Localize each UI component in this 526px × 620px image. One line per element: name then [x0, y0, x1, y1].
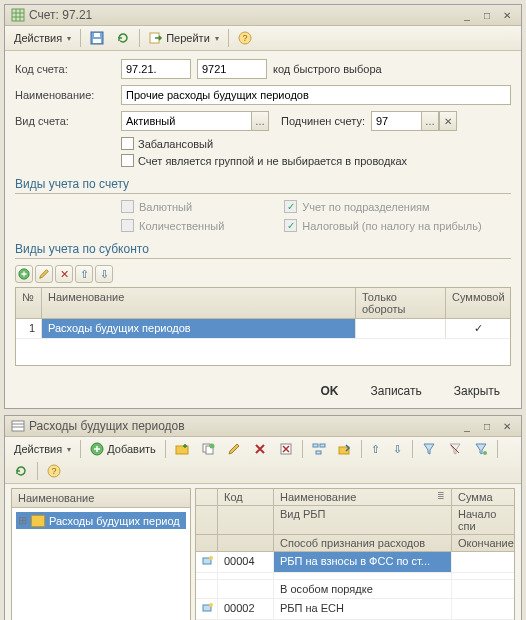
ellipsis-button[interactable]: … [421, 111, 439, 131]
separator [80, 440, 81, 458]
col-num[interactable]: № [16, 288, 42, 318]
svg-point-29 [209, 556, 213, 560]
kind-label: Вид счета: [15, 115, 115, 127]
dept-checkbox [284, 200, 297, 213]
col-start[interactable]: Начало спи [452, 506, 514, 535]
close-button[interactable]: ✕ [499, 8, 515, 22]
move-to-group-button[interactable] [333, 439, 357, 459]
list-row[interactable]: 00004 РБП на взносы в ФСС по ст... [196, 552, 514, 573]
hierarchy-button[interactable] [307, 439, 331, 459]
tree-node-label: Расходы будущих период [49, 515, 180, 527]
move-up-button[interactable]: ⇧ [75, 265, 93, 283]
qty-check-row: Количественный [121, 219, 224, 232]
form-body: Код счета: код быстрого выбора Наименова… [5, 51, 521, 374]
svg-rect-16 [176, 446, 188, 454]
minimize-button[interactable]: _ [459, 8, 475, 22]
clear-button[interactable]: ✕ [439, 111, 457, 131]
col-code-3 [218, 535, 274, 551]
add-button[interactable]: Добавить [85, 439, 161, 459]
offbalance-label: Забалансовый [138, 138, 213, 150]
list-row[interactable]: 00002 РБП на ЕСН [196, 599, 514, 620]
pencil-icon [227, 442, 241, 456]
tree-header[interactable]: Наименование [12, 489, 190, 508]
separator [497, 440, 498, 458]
filter-off-button[interactable] [443, 439, 467, 459]
svg-rect-0 [12, 9, 24, 21]
tax-label: Налоговый (по налогу на прибыль) [302, 220, 481, 232]
quick-code-input[interactable] [197, 59, 267, 79]
mark-delete-icon [279, 442, 293, 456]
actions-menu[interactable]: Действия ▾ [9, 439, 76, 459]
cell-code: 00004 [218, 552, 274, 572]
currency-checkbox [121, 200, 134, 213]
col-name[interactable]: Наименование ≣ [274, 489, 452, 506]
floppy-icon [90, 31, 104, 45]
col-turn[interactable]: Только обороты [356, 288, 446, 318]
mark-delete-button[interactable] [274, 439, 298, 459]
code-input[interactable] [121, 59, 191, 79]
help-button[interactable]: ? [233, 28, 257, 48]
name-input[interactable] [121, 85, 511, 105]
maximize-button[interactable]: □ [479, 8, 495, 22]
subconto-grid[interactable]: № Наименование Только обороты Суммовой 1… [15, 287, 511, 366]
level-down-button[interactable]: ⇩ [388, 439, 408, 459]
col-mark-3 [196, 535, 218, 551]
close-button[interactable]: ✕ [499, 419, 515, 433]
copy-button[interactable] [196, 439, 220, 459]
col-mark[interactable] [196, 489, 218, 506]
add-folder-button[interactable] [170, 439, 194, 459]
grid-row[interactable]: 1 Расходы будущих периодов ✓ [16, 319, 510, 339]
col-name-label: Наименование [280, 491, 356, 503]
col-code[interactable]: Код [218, 489, 274, 506]
save-button[interactable]: Записать [360, 380, 433, 402]
delete-button[interactable] [248, 439, 272, 459]
filter-button[interactable] [417, 439, 441, 459]
col-sum[interactable]: Суммовой [446, 288, 510, 318]
col-name[interactable]: Наименование [42, 288, 356, 318]
help-button[interactable]: ? [42, 461, 66, 481]
svg-text:?: ? [51, 466, 56, 476]
list-body[interactable]: 00004 РБП на взносы в ФСС по ст... В осо… [196, 552, 514, 620]
ok-button[interactable]: OK [310, 380, 350, 402]
col-kind[interactable]: Вид РБП [274, 506, 452, 535]
split-pane: Наименование ⊞ Расходы будущих период ◄ … [5, 484, 521, 620]
qty-label: Количественный [139, 220, 224, 232]
edit-button[interactable] [222, 439, 246, 459]
close-button[interactable]: Закрыть [443, 380, 511, 402]
isgroup-checkbox[interactable] [121, 154, 134, 167]
footer: OK Записать Закрыть [5, 374, 521, 408]
refresh-icon [14, 464, 28, 478]
maximize-button[interactable]: □ [479, 419, 495, 433]
minimize-button[interactable]: _ [459, 419, 475, 433]
goto-menu[interactable]: Перейти ▾ [144, 28, 224, 48]
parent-combo[interactable]: … ✕ [371, 111, 457, 131]
delete-row-button[interactable]: ✕ [55, 265, 73, 283]
col-end[interactable]: Окончание [452, 535, 514, 551]
col-sum[interactable]: Сумма [452, 489, 514, 506]
add-row-button[interactable] [15, 265, 33, 283]
parent-input[interactable] [371, 111, 421, 131]
actions-menu[interactable]: Действия ▾ [9, 28, 76, 48]
help-icon: ? [47, 464, 61, 478]
separator [302, 440, 303, 458]
col-method[interactable]: Способ признания расходов [274, 535, 452, 551]
list-row[interactable]: В особом порядке [196, 580, 514, 599]
save-button[interactable] [85, 28, 109, 48]
list-row[interactable] [196, 573, 514, 580]
expand-icon[interactable]: ⊞ [18, 514, 27, 527]
goto-label: Перейти [166, 32, 210, 44]
filter-value-button[interactable] [469, 439, 493, 459]
refresh-button[interactable] [9, 461, 33, 481]
pencil-icon [38, 268, 50, 280]
kind-combo[interactable]: … [121, 111, 269, 131]
refresh-button[interactable] [111, 28, 135, 48]
tree-node[interactable]: ⊞ Расходы будущих период [16, 512, 186, 529]
level-up-button[interactable]: ⇧ [366, 439, 386, 459]
cell-num: 1 [16, 319, 42, 338]
move-down-button[interactable]: ⇩ [95, 265, 113, 283]
offbalance-checkbox[interactable] [121, 137, 134, 150]
kind-input[interactable] [121, 111, 251, 131]
edit-row-button[interactable] [35, 265, 53, 283]
grid-icon [11, 8, 25, 22]
ellipsis-button[interactable]: … [251, 111, 269, 131]
